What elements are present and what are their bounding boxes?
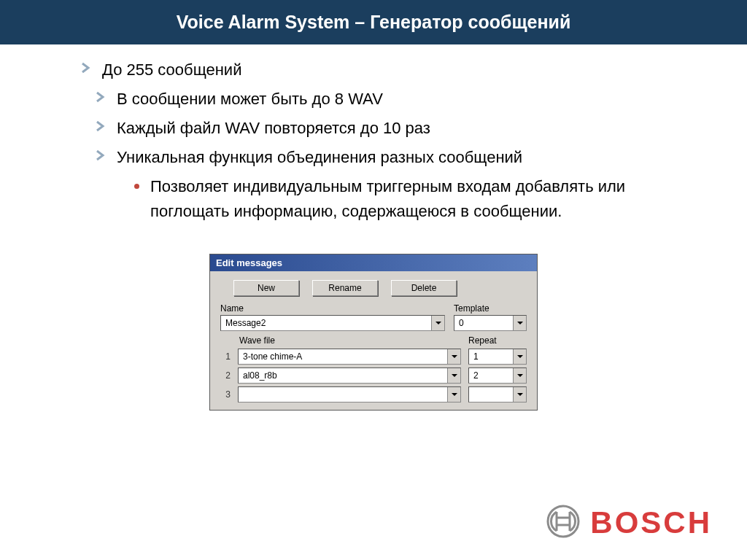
wave-file-value: 3-tone chime-A — [239, 351, 447, 362]
bullet-text: До 255 сообщений — [102, 61, 241, 79]
dot-icon — [134, 184, 139, 189]
edit-messages-dialog: Edit messages New Rename Delete Name Mes… — [209, 254, 538, 411]
bullet-3: Каждый файл WAV повторяется до 10 раз — [95, 116, 703, 141]
wave-label: Wave file — [239, 335, 460, 346]
bullet-2: В сообщении может быть до 8 WAV — [95, 87, 703, 112]
repeat-value: 1 — [469, 351, 513, 362]
repeat-combo[interactable]: 1 — [468, 349, 527, 365]
wave-row-3: 3 — [220, 386, 527, 402]
bullet-text: В сообщении может быть до 8 WAV — [117, 90, 383, 108]
name-combo[interactable]: Message2 — [220, 315, 445, 331]
slide-content: До 255 сообщений В сообщении может быть … — [0, 44, 747, 225]
chevron-down-icon[interactable] — [513, 368, 526, 383]
wave-file-combo[interactable] — [238, 386, 461, 402]
row-index: 1 — [220, 351, 231, 362]
bullet-text: Позволяет индивидуальным триггерным вход… — [150, 177, 625, 220]
name-value: Message2 — [221, 318, 431, 328]
repeat-value: 2 — [469, 370, 513, 381]
name-label: Name — [220, 303, 445, 314]
bosch-armature-icon — [546, 505, 580, 541]
wave-file-combo[interactable]: al08_r8b — [238, 368, 461, 384]
delete-button[interactable]: Delete — [391, 280, 457, 296]
chevron-down-icon[interactable] — [447, 387, 460, 402]
dialog-screenshot: Edit messages New Rename Delete Name Mes… — [209, 254, 538, 411]
chevron-down-icon[interactable] — [447, 349, 460, 364]
bosch-wordmark: BOSCH — [590, 505, 712, 540]
template-value: 0 — [454, 318, 513, 328]
arrow-icon — [95, 120, 107, 132]
wave-row-2: 2 al08_r8b 2 — [220, 368, 527, 384]
row-index: 3 — [220, 389, 231, 400]
arrow-icon — [80, 62, 92, 74]
wave-file-combo[interactable]: 3-tone chime-A — [238, 349, 461, 365]
new-button[interactable]: New — [233, 280, 299, 296]
bullet-4: Уникальная функция объединения разных со… — [95, 145, 703, 170]
chevron-down-icon[interactable] — [513, 349, 526, 364]
chevron-down-icon[interactable] — [431, 316, 444, 330]
arrow-icon — [95, 149, 107, 161]
bullet-5: Позволяет индивидуальным триггерным вход… — [131, 174, 703, 224]
svg-point-0 — [548, 506, 578, 537]
rename-button[interactable]: Rename — [312, 280, 378, 296]
template-combo[interactable]: 0 — [454, 315, 527, 331]
bullet-text: Каждый файл WAV повторяется до 10 раз — [117, 119, 430, 137]
chevron-down-icon[interactable] — [513, 387, 526, 402]
wave-row-1: 1 3-tone chime-A 1 — [220, 349, 527, 365]
repeat-combo[interactable]: 2 — [468, 368, 527, 384]
chevron-down-icon[interactable] — [447, 368, 460, 383]
chevron-down-icon[interactable] — [513, 316, 526, 330]
row-index: 2 — [220, 370, 231, 381]
wave-file-value: al08_r8b — [239, 370, 447, 381]
repeat-combo[interactable] — [468, 386, 527, 402]
slide-title: Voice Alarm System – Генератор сообщений — [0, 0, 747, 44]
footer-logo: BOSCH — [546, 505, 712, 541]
repeat-label: Repeat — [468, 335, 527, 346]
dialog-titlebar: Edit messages — [210, 254, 537, 271]
bullet-text: Уникальная функция объединения разных со… — [117, 148, 522, 166]
template-label: Template — [454, 303, 527, 314]
arrow-icon — [95, 91, 107, 103]
bullet-1: До 255 сообщений — [80, 58, 703, 82]
